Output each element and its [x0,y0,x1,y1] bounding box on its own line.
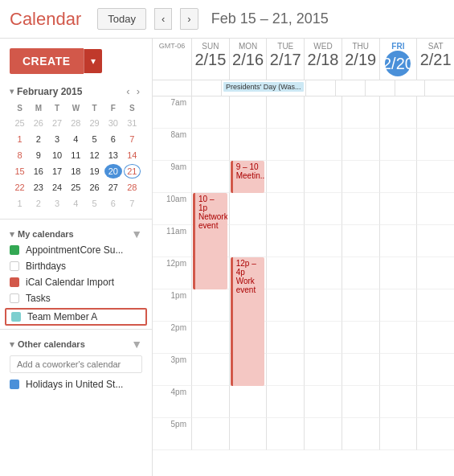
mini-cal-cell[interactable]: 26 [86,180,103,195]
create-dropdown-button[interactable]: ▾ [84,49,102,73]
day-slot[interactable] [266,386,304,418]
calendar-item-birthdays[interactable]: Birthdays [0,258,152,274]
time-grid-scroll[interactable]: 7am8am9am10am11am12pm1pm2pm3pm4pm5pm 10 … [153,96,454,476]
mini-cal-cell[interactable]: 6 [104,196,121,211]
day-slot[interactable] [342,257,379,289]
mini-cal-today-cell[interactable]: 20 [104,164,121,178]
mini-cal-cell[interactable]: 12 [86,148,103,162]
mini-cal-cell[interactable]: 9 [30,148,47,162]
mini-cal-cell[interactable]: 27 [104,180,121,195]
day-slot[interactable] [304,386,342,418]
mini-cal-cell[interactable]: 17 [49,164,66,178]
day-slot[interactable] [229,386,267,418]
today-button[interactable]: Today [97,8,146,30]
mini-cal-cell[interactable]: 7 [124,132,141,146]
day-slot[interactable] [304,257,342,289]
mini-cal-cell[interactable]: 1 [11,196,28,211]
calendar-item-team-member-a[interactable]: Team Member A [5,308,147,326]
day-slot[interactable] [379,193,417,225]
day-slot[interactable] [379,322,417,354]
mini-cal-cell[interactable]: 23 [30,180,47,195]
calendar-item-holidays[interactable]: Holidays in United St... [0,376,152,392]
day-slot[interactable] [266,225,304,257]
day-slot[interactable] [342,225,379,257]
day-slot[interactable] [379,257,417,289]
day-slot[interactable] [304,289,342,322]
day-slot[interactable] [304,129,342,161]
mini-cal-prev[interactable]: ‹ [124,85,132,97]
day-slot[interactable] [342,96,379,129]
day-slot[interactable] [416,193,454,225]
day-slot[interactable] [266,289,304,322]
day-slot[interactable] [266,96,304,129]
day-slot[interactable] [191,354,229,386]
day-slot[interactable] [342,418,379,450]
my-calendars-section-header[interactable]: ▾ My calendars ▼ [0,223,152,242]
day-slot[interactable] [342,161,379,193]
day-slot[interactable] [191,418,229,450]
day-slot[interactable] [191,289,229,322]
mini-cal-cell[interactable]: 16 [30,164,47,178]
day-slot[interactable] [416,129,454,161]
mini-cal-cell[interactable]: 11 [67,148,84,162]
day-slot[interactable] [191,322,229,354]
day-slot[interactable] [266,193,304,225]
day-slot[interactable] [342,354,379,386]
my-calendars-settings-icon[interactable]: ▼ [131,228,142,240]
mini-cal-cell[interactable]: 15 [11,164,28,178]
day-slot[interactable] [304,161,342,193]
day-slot[interactable] [229,96,267,129]
calendar-event[interactable]: 10 – 1p Networking event [193,193,227,289]
mini-cal-cell[interactable]: 4 [67,132,84,146]
day-slot[interactable] [304,225,342,257]
day-slot[interactable] [266,322,304,354]
mini-cal-cell[interactable]: 4 [67,196,84,211]
day-slot[interactable] [342,322,379,354]
calendar-event-meeting[interactable]: 9 – 10 Meetin... [231,161,265,193]
day-slot[interactable] [379,386,417,418]
day-slot[interactable] [379,225,417,257]
day-slot[interactable] [229,225,267,257]
calendar-event-work[interactable]: 12p – 4p Work event [231,257,265,386]
day-slot[interactable] [304,322,342,354]
day-slot[interactable] [266,418,304,450]
mini-cal-cell[interactable]: 25 [11,116,28,130]
day-slot[interactable] [304,96,342,129]
day-slot[interactable] [379,289,417,322]
mini-cal-cell[interactable]: 29 [86,116,103,130]
day-slot[interactable] [342,129,379,161]
mini-cal-cell[interactable]: 10 [49,148,66,162]
mini-cal-cell[interactable]: 5 [86,132,103,146]
mini-cal-cell[interactable]: 2 [30,132,47,146]
day-slot[interactable] [379,161,417,193]
day-slot[interactable] [416,96,454,129]
mini-cal-cell[interactable]: 21 [124,164,141,178]
mini-cal-cell[interactable]: 7 [124,196,141,211]
mini-cal-cell[interactable]: 22 [11,180,28,195]
day-slot[interactable] [416,354,454,386]
day-slot[interactable] [416,225,454,257]
other-calendars-section-header[interactable]: ▾ Other calendars ▼ [0,333,152,352]
day-slot[interactable] [304,418,342,450]
mini-cal-cell[interactable]: 26 [30,116,47,130]
day-slot[interactable] [342,193,379,225]
prev-button[interactable]: ‹ [154,8,172,30]
day-slot[interactable] [191,161,229,193]
day-slot[interactable] [416,418,454,450]
mini-cal-cell[interactable]: 5 [86,196,103,211]
day-slot[interactable] [342,289,379,322]
mini-cal-cell[interactable]: 3 [49,196,66,211]
day-slot[interactable] [304,193,342,225]
day-slot[interactable] [229,418,267,450]
mini-cal-cell[interactable]: 25 [67,180,84,195]
calendar-item-tasks[interactable]: Tasks [0,290,152,306]
mini-cal-cell[interactable]: 6 [104,132,121,146]
day-slot[interactable] [191,96,229,129]
mini-cal-next[interactable]: › [134,85,142,97]
day-slot[interactable] [266,129,304,161]
mini-cal-cell[interactable]: 27 [49,116,66,130]
day-slot[interactable] [379,129,417,161]
day-slot[interactable] [416,257,454,289]
next-button[interactable]: › [180,8,198,30]
day-slot[interactable] [416,386,454,418]
